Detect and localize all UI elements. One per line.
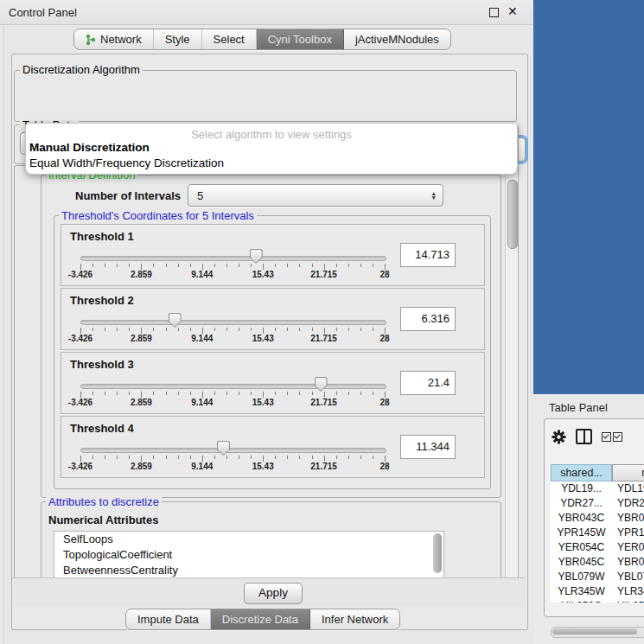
slider-tick bbox=[129, 392, 130, 395]
name-cell[interactable]: YBR045C bbox=[612, 555, 644, 570]
slider-thumb[interactable] bbox=[250, 249, 263, 264]
shared-name-cell[interactable]: YIL052C bbox=[551, 599, 612, 603]
column-header-name[interactable]: name bbox=[612, 464, 644, 481]
slider-tick bbox=[312, 392, 313, 395]
close-icon[interactable]: ✕ bbox=[507, 4, 518, 18]
tab-style[interactable]: Style bbox=[154, 29, 202, 49]
tab-label: Select bbox=[214, 33, 245, 46]
discretization-algorithm-group-title: Discretization Algorithm bbox=[20, 63, 143, 76]
slider-tick-label: 2.859 bbox=[131, 462, 152, 471]
table-row[interactable]: YER054CYER054C bbox=[551, 540, 644, 555]
table-row[interactable]: YBR045CYBR045C bbox=[551, 555, 644, 570]
name-cell[interactable]: YLR345W bbox=[612, 584, 644, 599]
slider-tick bbox=[202, 328, 203, 334]
table-horizontal-scrollbar[interactable] bbox=[551, 627, 644, 638]
select-none-columns-icon[interactable] bbox=[613, 432, 622, 442]
table-row[interactable]: YBR043CYBR043C bbox=[551, 511, 644, 526]
table-row[interactable]: YLR345WYLR345W bbox=[551, 584, 644, 599]
name-cell[interactable]: YIL052C bbox=[612, 599, 644, 603]
shared-name-cell[interactable]: YLR345W bbox=[551, 584, 612, 599]
tab-jactivemnodules[interactable]: jActiveMNodules bbox=[344, 29, 450, 49]
network-icon bbox=[86, 34, 96, 46]
tab-label: Impute Data bbox=[137, 613, 199, 626]
slider-track[interactable] bbox=[80, 256, 386, 261]
vertical-scrollbar[interactable] bbox=[505, 166, 518, 577]
table-panel-title: Table Panel bbox=[549, 401, 608, 414]
shared-name-cell[interactable]: YER054C bbox=[551, 540, 612, 555]
slider-tick-label: 28 bbox=[379, 398, 389, 407]
shared-name-cell[interactable]: YBR045C bbox=[551, 555, 612, 570]
tab-select[interactable]: Select bbox=[202, 29, 257, 49]
shared-name-cell[interactable]: YBR043C bbox=[551, 511, 612, 526]
threshold-value-field[interactable]: 11.344 bbox=[400, 435, 456, 459]
table-row[interactable]: YDR27...YDR27... bbox=[551, 496, 644, 511]
slider-tick bbox=[336, 264, 337, 267]
algorithm-placeholder-option[interactable]: Select algorithm to view settings bbox=[26, 128, 517, 141]
select-all-columns-icon[interactable] bbox=[602, 432, 611, 442]
table-row[interactable]: YIL052CYIL052C bbox=[551, 599, 644, 603]
number-of-intervals-combobox[interactable]: 5 ▲▼ bbox=[188, 184, 443, 207]
slider-tick bbox=[190, 328, 191, 331]
attribute-item-selfloops[interactable]: SelfLoops bbox=[54, 532, 443, 547]
threshold-value-field[interactable]: 21.4 bbox=[400, 371, 456, 395]
name-cell[interactable]: YDR27... bbox=[612, 496, 644, 511]
tab-impute-data[interactable]: Impute Data bbox=[126, 609, 211, 629]
node-table[interactable]: shared...nameYDL19...YDL19...YDR27...YDR… bbox=[551, 464, 644, 603]
slider-tick bbox=[117, 264, 118, 267]
apply-strip: Apply bbox=[12, 577, 526, 607]
tab-network[interactable]: Network bbox=[74, 29, 154, 49]
slider-tick bbox=[202, 456, 203, 462]
slider-thumb[interactable] bbox=[169, 313, 182, 328]
slider-track[interactable] bbox=[80, 448, 386, 453]
slider-tick-label: -3.426 bbox=[68, 398, 92, 407]
column-header-shared[interactable]: shared... bbox=[551, 464, 612, 481]
slider-tick bbox=[178, 456, 179, 459]
shared-name-cell[interactable]: YDR27... bbox=[551, 496, 612, 511]
slider-tick bbox=[251, 456, 252, 459]
table-horizontal-scrollbar-thumb[interactable] bbox=[552, 628, 637, 634]
name-cell[interactable]: YDL19... bbox=[612, 481, 644, 496]
float-window-icon[interactable] bbox=[489, 8, 499, 17]
shared-name-cell[interactable]: YPR145W bbox=[551, 526, 612, 540]
slider-tick-label: 2.859 bbox=[131, 398, 152, 407]
slider-track[interactable] bbox=[80, 384, 386, 389]
slider-tick-label: 28 bbox=[379, 462, 389, 471]
threshold-value-field[interactable]: 14.713 bbox=[400, 243, 456, 267]
attribute-item-topologicalcoefficient[interactable]: TopologicalCoefficient bbox=[54, 547, 443, 563]
algorithm-option-manual[interactable]: Manual Discretization bbox=[29, 141, 150, 154]
tab-infer-network[interactable]: Infer Network bbox=[310, 609, 399, 629]
tab-discretize-data[interactable]: Discretize Data bbox=[211, 609, 310, 629]
slider-track[interactable] bbox=[80, 320, 386, 325]
attribute-item-betweennesscentrality[interactable]: BetweennessCentrality bbox=[54, 563, 443, 578]
vertical-scrollbar-thumb[interactable] bbox=[507, 180, 518, 249]
table-row[interactable]: YPR145WYPR145W bbox=[551, 526, 644, 540]
table-row[interactable]: YDL19...YDL19... bbox=[551, 481, 644, 496]
attributes-list-scrollbar-thumb[interactable] bbox=[433, 533, 442, 573]
slider-tick bbox=[324, 392, 325, 398]
slider-tick bbox=[360, 264, 361, 267]
slider-tick bbox=[385, 264, 386, 270]
gear-icon[interactable] bbox=[552, 430, 566, 444]
threshold-value-field[interactable]: 6.316 bbox=[400, 307, 456, 331]
name-cell[interactable]: YBL079W bbox=[612, 570, 644, 584]
name-cell[interactable]: YPR145W bbox=[612, 526, 644, 540]
name-cell[interactable]: YER054C bbox=[612, 540, 644, 555]
slider-tick-label: 28 bbox=[379, 334, 389, 343]
slider-tick bbox=[178, 264, 179, 267]
control-panel: Control Panel ✕ NetworkStyleSelectCyni T… bbox=[0, 0, 533, 644]
table-row[interactable]: YBL079WYBL079W bbox=[551, 570, 644, 584]
algorithm-option-equal-width[interactable]: Equal Width/Frequency Discretization bbox=[29, 156, 224, 169]
split-view-icon[interactable] bbox=[576, 429, 592, 444]
shared-name-cell[interactable]: YBL079W bbox=[551, 570, 612, 584]
name-cell[interactable]: YBR043C bbox=[612, 511, 644, 526]
slider-thumb[interactable] bbox=[315, 377, 328, 392]
slider-thumb[interactable] bbox=[217, 441, 230, 456]
apply-button[interactable]: Apply bbox=[244, 583, 303, 604]
numerical-attributes-list[interactable]: SelfLoopsTopologicalCoefficientBetweenne… bbox=[54, 531, 444, 580]
slider-tick bbox=[141, 456, 142, 462]
slider-tick bbox=[105, 264, 105, 267]
slider-tick bbox=[324, 456, 325, 462]
shared-name-cell[interactable]: YDL19... bbox=[551, 481, 612, 496]
slider-tick bbox=[239, 456, 239, 459]
tab-cyni-toolbox[interactable]: Cyni Toolbox bbox=[257, 29, 344, 49]
